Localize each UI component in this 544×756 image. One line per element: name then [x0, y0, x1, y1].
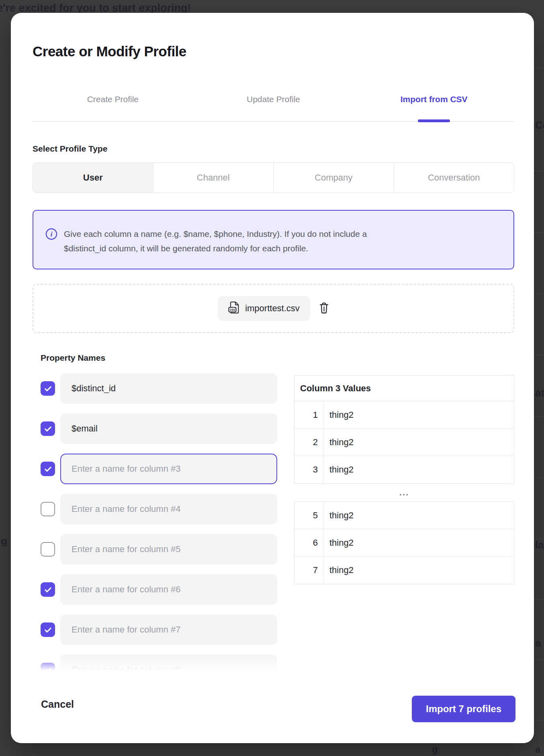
row-number: 1	[294, 401, 324, 428]
profile-type-conversation[interactable]: Conversation	[394, 163, 514, 193]
row-number: 3	[294, 456, 324, 483]
row-number: 5	[294, 502, 324, 529]
column-4-checkbox[interactable]	[41, 502, 55, 516]
table-row: 7 thing2	[294, 557, 514, 584]
column-5-name-input[interactable]	[60, 534, 277, 565]
property-row-2	[41, 413, 282, 444]
row-number: 6	[294, 529, 324, 556]
row-value: thing2	[324, 557, 514, 584]
background-text-fragment: a	[535, 744, 540, 755]
row-value: thing2	[324, 502, 514, 529]
tab-update-profile[interactable]: Update Profile	[193, 93, 354, 105]
profile-type-segmented-control: User Channel Company Conversation	[33, 162, 514, 193]
info-banner: i Give each column a name (e.g. $name, $…	[33, 210, 514, 269]
column-values-preview: Column 3 Values 1 thing2 2 thing2 3 thin…	[294, 375, 514, 584]
check-icon	[43, 384, 53, 393]
background-text-fragment: g	[432, 744, 438, 755]
row-number: 7	[294, 557, 324, 584]
backdrop-table-line	[534, 599, 544, 600]
info-banner-text: Give each column a name (e.g. $name, $ph…	[64, 227, 409, 256]
backdrop-table-line	[534, 659, 544, 660]
profile-type-user[interactable]: User	[33, 163, 153, 193]
property-rows-list[interactable]	[41, 373, 282, 672]
table-row: 5 thing2	[294, 502, 514, 529]
column-3-name-input[interactable]	[60, 454, 277, 484]
table-row: 1 thing2	[294, 401, 514, 429]
csv-dropzone[interactable]: csv importtest.csv	[33, 284, 514, 333]
values-table-header: Column 3 Values	[294, 376, 514, 401]
column-7-checkbox[interactable]	[41, 622, 55, 637]
svg-text:i: i	[51, 230, 53, 238]
background-text-fragment: lab	[535, 539, 544, 551]
backdrop-table-line	[534, 720, 544, 720]
backdrop-table-line	[534, 539, 544, 539]
column-8-name-input[interactable]	[60, 655, 277, 672]
property-row-7	[41, 614, 282, 645]
uploaded-file-name: importtest.csv	[245, 303, 300, 314]
row-value: thing2	[324, 456, 514, 483]
column-3-checkbox[interactable]	[41, 462, 55, 476]
column-1-name-input[interactable]	[60, 373, 277, 404]
check-icon	[43, 424, 53, 433]
background-text-fragment: g	[1, 535, 7, 547]
backdrop-table-line	[534, 478, 544, 478]
background-text-fragment: Co	[535, 119, 544, 131]
tab-import-from-csv[interactable]: Import from CSV	[354, 93, 514, 105]
row-value: thing2	[324, 429, 514, 456]
active-tab-indicator	[418, 119, 450, 122]
select-profile-type-label: Select Profile Type	[33, 144, 107, 154]
check-icon	[43, 666, 53, 673]
check-icon	[43, 585, 53, 594]
backdrop-table-line	[534, 416, 544, 417]
values-table-top: Column 3 Values 1 thing2 2 thing2 3 thin…	[294, 375, 514, 484]
uploaded-file-chip: csv importtest.csv	[218, 296, 310, 321]
tab-create-profile[interactable]: Create Profile	[33, 93, 193, 105]
column-6-name-input[interactable]	[60, 574, 277, 605]
column-5-checkbox[interactable]	[41, 542, 55, 557]
check-icon	[43, 464, 53, 474]
property-row-6	[41, 574, 282, 605]
dialog-tabs: Create Profile Update Profile Import fro…	[33, 93, 514, 105]
values-table-bottom: 5 thing2 6 thing2 7 thing2	[294, 501, 514, 584]
column-2-name-input[interactable]	[60, 413, 277, 444]
property-row-8	[41, 655, 282, 672]
csv-file-icon: csv	[228, 301, 240, 316]
profile-type-channel[interactable]: Channel	[153, 163, 274, 193]
row-value: thing2	[324, 401, 514, 428]
row-number: 2	[294, 429, 324, 456]
column-2-checkbox[interactable]	[41, 421, 55, 436]
property-row-5	[41, 534, 282, 565]
table-row: 3 thing2	[294, 456, 514, 483]
check-icon	[43, 625, 53, 635]
trash-icon	[319, 302, 329, 315]
column-8-checkbox[interactable]	[41, 663, 55, 672]
row-value: thing2	[324, 529, 514, 556]
remove-file-button[interactable]	[319, 302, 329, 315]
property-row-1	[41, 373, 282, 404]
property-row-3	[41, 454, 282, 484]
backdrop-table-line	[534, 294, 544, 294]
property-names-heading: Property Names	[41, 353, 105, 363]
dialog-title: Create or Modify Profile	[33, 43, 186, 60]
profile-type-company[interactable]: Company	[273, 163, 394, 193]
info-icon: i	[45, 228, 57, 242]
table-row: 2 thing2	[294, 429, 514, 456]
column-6-checkbox[interactable]	[41, 582, 55, 597]
column-4-name-input[interactable]	[60, 494, 277, 524]
property-row-4	[41, 494, 282, 524]
cancel-button[interactable]: Cancel	[41, 698, 74, 710]
backdrop-table-line	[534, 171, 544, 171]
import-profiles-button[interactable]: Import 7 profiles	[412, 696, 515, 722]
rows-ellipsis: ...	[294, 484, 514, 501]
svg-text:csv: csv	[230, 308, 235, 312]
column-1-checkbox[interactable]	[41, 381, 55, 396]
column-7-name-input[interactable]	[60, 614, 277, 645]
backdrop-table-line	[534, 232, 544, 233]
background-text-fragment: ata	[535, 387, 544, 399]
table-row: 6 thing2	[294, 529, 514, 557]
background-text-fragment: a	[535, 637, 541, 649]
create-or-modify-profile-dialog: Create or Modify Profile Create Profile …	[11, 13, 534, 743]
backdrop-table-line	[534, 355, 544, 355]
backdrop-table-line	[534, 68, 544, 68]
